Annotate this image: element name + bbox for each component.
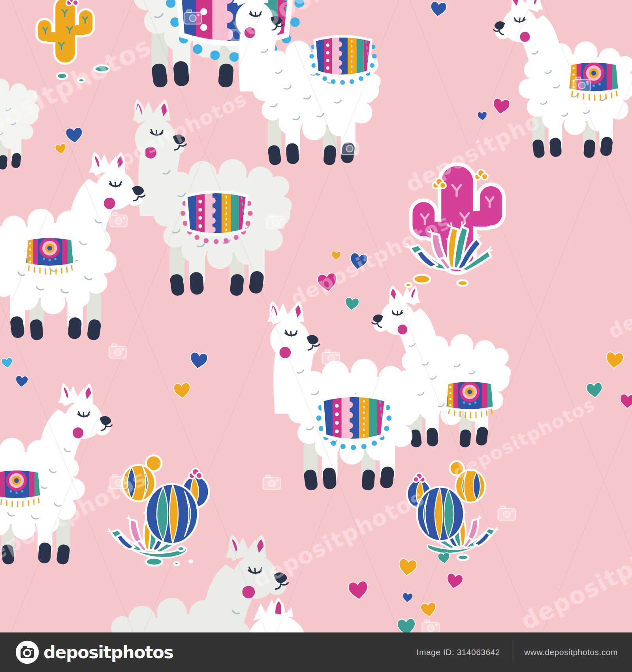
- pebble-icon: [190, 561, 192, 563]
- heart-icon: [15, 376, 28, 387]
- heart-icon: [331, 251, 341, 260]
- llama-bottom-head-white-shape: [246, 598, 307, 632]
- pattern-artwork: depositphotosdepositphotosdepositphotosd…: [0, 0, 632, 632]
- heart-icon: [586, 383, 602, 398]
- heart-icon: [606, 352, 623, 368]
- pebble-icon: [174, 562, 179, 565]
- heart-icon: [478, 111, 487, 121]
- pebble-icon: [457, 280, 468, 286]
- watermark-camera-icon: [110, 213, 127, 227]
- heart-icon: [349, 253, 368, 270]
- camera-logo-icon: [14, 639, 40, 665]
- watermark-camera-icon: [422, 620, 439, 632]
- watermark-camera-icon: [322, 350, 340, 364]
- pebble-icon: [457, 555, 468, 560]
- heart-icon: [348, 581, 369, 600]
- llama-edge-left: [0, 39, 40, 170]
- llama-edge-left-shape: [0, 39, 40, 170]
- watermark-camera-icon: [341, 140, 358, 155]
- llama-top-right: [494, 0, 632, 159]
- heart-icon: [620, 394, 632, 408]
- cacti-cluster-bottom-left-icon: [107, 455, 209, 558]
- watermark-camera-icon: [573, 77, 591, 91]
- heart-icon: [66, 127, 83, 143]
- heart-icon: [403, 593, 413, 602]
- depositphotos-logo: depositphotos: [14, 639, 173, 665]
- footer-meta: Image ID: 314063642 www.depositphotos.co…: [417, 642, 618, 663]
- llama-bottom-head-white: [246, 598, 307, 632]
- pebble-icon: [414, 275, 430, 283]
- llama-top-middle-shape: [233, 0, 381, 166]
- cactus-yellow-icon: [38, 0, 93, 62]
- watermark-camera-icon: [260, 76, 277, 90]
- footer-bar: depositphotos Image ID: 314063642 www.de…: [0, 632, 632, 672]
- heart-icon: [397, 619, 416, 632]
- heart-icon: [493, 98, 510, 115]
- heart-icon: [173, 383, 190, 399]
- heart-icon: [345, 297, 359, 311]
- watermark-camera-icon: [110, 474, 127, 489]
- watermark-camera-icon: [267, 214, 284, 228]
- heart-icon: [421, 602, 437, 617]
- watermark-camera-icon: [109, 344, 126, 358]
- pebble-icon: [94, 65, 109, 72]
- heart-icon: [2, 357, 13, 368]
- watermark-camera-icon: [498, 506, 515, 520]
- scene-art: [0, 0, 632, 632]
- llama-couple-front: [0, 152, 145, 341]
- cacti-cluster-bottom-right-icon: [407, 461, 498, 553]
- heart-icon: [446, 573, 463, 589]
- heart-icon: [317, 273, 338, 292]
- heart-icon: [438, 552, 450, 564]
- footer-divider: [512, 642, 512, 663]
- heart-icon: [55, 143, 67, 155]
- pebble-icon: [405, 283, 412, 287]
- heart-icon: [398, 559, 417, 577]
- image-id-text: Image ID: 314063642: [417, 647, 500, 657]
- llama-top-middle: [233, 0, 381, 166]
- pebble-icon: [57, 73, 67, 79]
- pebble-icon: [146, 558, 162, 566]
- cactus-flower-icon: [474, 170, 488, 180]
- heart-icon: [430, 2, 446, 17]
- logo-text: depositphotos: [43, 642, 173, 662]
- heart-icon: [190, 352, 208, 370]
- watermark-camera-icon: [263, 475, 280, 489]
- pebble-icon: [78, 78, 85, 82]
- llama-pattern-canvas: [0, 0, 632, 632]
- llama-bottom-left: [0, 383, 112, 565]
- watermark-camera-icon: [184, 10, 201, 24]
- website-text: www.depositphotos.com: [524, 647, 618, 657]
- pebble-icon: [177, 546, 184, 551]
